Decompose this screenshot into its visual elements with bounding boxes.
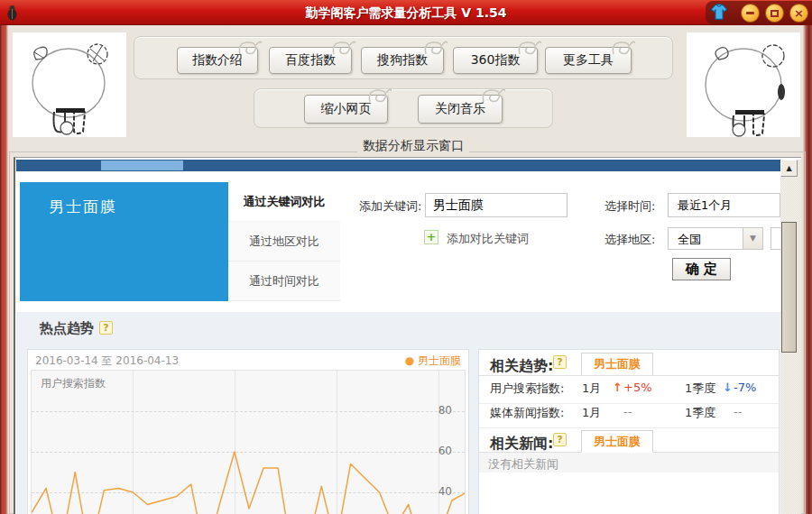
trend-plot-area: 80 60 40 用户搜索指数 bbox=[31, 370, 466, 514]
related-news-label: 相关新闻: bbox=[490, 435, 553, 454]
chart-date-range: 2016-03-14 至 2016-04-13 bbox=[35, 353, 179, 369]
toolbar-button-more-tools[interactable]: 更多工具 bbox=[545, 47, 632, 74]
close-button[interactable]: × bbox=[789, 4, 808, 23]
minimize-button[interactable] bbox=[741, 4, 760, 23]
stat-period-month: 1月 bbox=[582, 381, 601, 397]
trend-line-chart bbox=[32, 371, 466, 514]
tab-compare-by-region[interactable]: 通过地区对比 bbox=[228, 222, 340, 262]
stat-month-value: +5% bbox=[623, 381, 652, 394]
toolbar-panel-bottom bbox=[254, 88, 553, 128]
tab-compare-by-keyword[interactable]: 通过关键词对比 bbox=[228, 182, 340, 222]
page-navbar bbox=[16, 160, 780, 171]
web-page: 男士面膜 通过关键词对比 通过地区对比 通过时间对比 添加关键词: + 添加对比… bbox=[16, 158, 780, 514]
keyword-panel-label: 男士面膜 bbox=[49, 197, 117, 217]
city-select-partial bbox=[770, 227, 780, 250]
add-compare-keyword-label: 添加对比关键词 bbox=[447, 231, 529, 247]
maximize-icon bbox=[770, 10, 779, 17]
toolbar-button-baidu-index[interactable]: 百度指数 bbox=[269, 47, 352, 74]
stat-month-value: -- bbox=[623, 405, 632, 418]
region-select-value: 全国 bbox=[678, 232, 701, 248]
confirm-button[interactable]: 确 定 bbox=[672, 258, 731, 280]
stat-period-quarter: 1季度 bbox=[685, 405, 715, 421]
help-icon[interactable]: ? bbox=[99, 321, 113, 335]
toolbar-button-close-music[interactable]: 关闭音乐 bbox=[418, 95, 503, 124]
stat-name: 媒体新闻指数: bbox=[490, 405, 564, 421]
related-stat-row: 媒体新闻指数: 1月 -- 1季度 -- bbox=[479, 405, 779, 428]
related-trends-keyword-tab[interactable]: 男士面膜 bbox=[581, 353, 653, 375]
hot-trend-title: 热点趋势 bbox=[40, 320, 94, 337]
add-keyword-label: 添加关键词: bbox=[359, 198, 421, 215]
help-icon[interactable]: ? bbox=[553, 355, 567, 369]
titlebar: 勤学阁客户需求量分析工具 V 1.54 × bbox=[0, 0, 812, 25]
dropdown-arrow-icon: ▼ bbox=[743, 228, 762, 249]
legend-series-label: 男士面膜 bbox=[418, 354, 461, 367]
compare-mode-tabs: 通过关键词对比 通过地区对比 通过时间对比 bbox=[228, 182, 340, 301]
chart-legend: ● 男士面膜 bbox=[405, 353, 461, 369]
panda-picture-right bbox=[687, 32, 800, 137]
keyword-input[interactable] bbox=[425, 193, 567, 217]
maximize-button[interactable] bbox=[765, 4, 784, 23]
browser-scrollbar: ▲ bbox=[780, 160, 801, 514]
keyword-panel: 男士面膜 bbox=[20, 182, 228, 301]
time-range-input[interactable] bbox=[668, 193, 780, 217]
scrollbar-thumb[interactable] bbox=[781, 222, 797, 353]
help-icon[interactable]: ? bbox=[553, 433, 567, 446]
news-empty-row: 没有相关新闻 bbox=[479, 453, 779, 473]
hot-trend-section: 热点趋势 ? 2016-03-14 至 2016-04-13 ● 男士面膜 bbox=[16, 312, 780, 514]
scrollbar-up-button[interactable]: ▲ bbox=[780, 160, 798, 177]
navbar-active-item[interactable] bbox=[101, 161, 183, 170]
tab-compare-by-time[interactable]: 通过时间对比 bbox=[228, 262, 340, 301]
stat-name: 用户搜索指数: bbox=[490, 381, 564, 397]
stat-period-month: 1月 bbox=[582, 405, 601, 421]
arrow-up-icon: ↑ bbox=[613, 381, 623, 394]
trend-chart-card: 2016-03-14 至 2016-04-13 ● 男士面膜 80 bbox=[27, 349, 469, 514]
related-info-card: 相关趋势: ? 男士面膜 用户搜索指数: 1月 ↑ +5% 1季度 ↓ -7% … bbox=[478, 349, 780, 514]
minimize-icon bbox=[746, 12, 754, 14]
region-select[interactable]: 全国 ▼ bbox=[668, 227, 763, 250]
main-window: 勤学阁客户需求量分析工具 V 1.54 × bbox=[0, 0, 812, 514]
embedded-browser: 男士面膜 通过关键词对比 通过地区对比 通过时间对比 添加关键词: + 添加对比… bbox=[14, 157, 801, 514]
related-stat-row: 用户搜索指数: 1月 ↑ +5% 1季度 ↓ -7% bbox=[479, 381, 779, 404]
close-icon: × bbox=[794, 7, 804, 19]
groupbox-label: 数据分析显示窗口 bbox=[357, 138, 469, 154]
toolbar-button-shrink-page[interactable]: 缩小网页 bbox=[304, 95, 388, 124]
arrow-down-icon: ↓ bbox=[723, 381, 733, 394]
window-border-left bbox=[0, 25, 8, 514]
skin-change-button[interactable] bbox=[709, 3, 729, 23]
stat-quarter-value: -- bbox=[734, 405, 742, 418]
stat-quarter-value: -7% bbox=[734, 381, 756, 394]
shirt-icon bbox=[709, 3, 729, 23]
plus-icon: + bbox=[424, 230, 438, 244]
toolbar-button-index-intro[interactable]: 指数介绍 bbox=[177, 47, 258, 74]
toolbar-button-360-index[interactable]: 360指数 bbox=[453, 47, 538, 74]
related-trends-label: 相关趋势: bbox=[490, 357, 553, 376]
window-title: 勤学阁客户需求量分析工具 V 1.54 bbox=[0, 5, 812, 22]
select-time-label: 选择时间: bbox=[604, 198, 655, 215]
select-region-label: 选择地区: bbox=[604, 232, 655, 248]
toolbar-button-sogou-index[interactable]: 搜狗指数 bbox=[361, 47, 444, 74]
news-empty-text: 没有相关新闻 bbox=[488, 456, 558, 473]
trend-line-path bbox=[32, 452, 466, 514]
legend-dot-icon: ● bbox=[405, 354, 414, 367]
panda-picture-left bbox=[13, 32, 126, 137]
related-news-keyword-tab[interactable]: 男士面膜 bbox=[581, 430, 653, 453]
stat-period-quarter: 1季度 bbox=[685, 381, 715, 397]
